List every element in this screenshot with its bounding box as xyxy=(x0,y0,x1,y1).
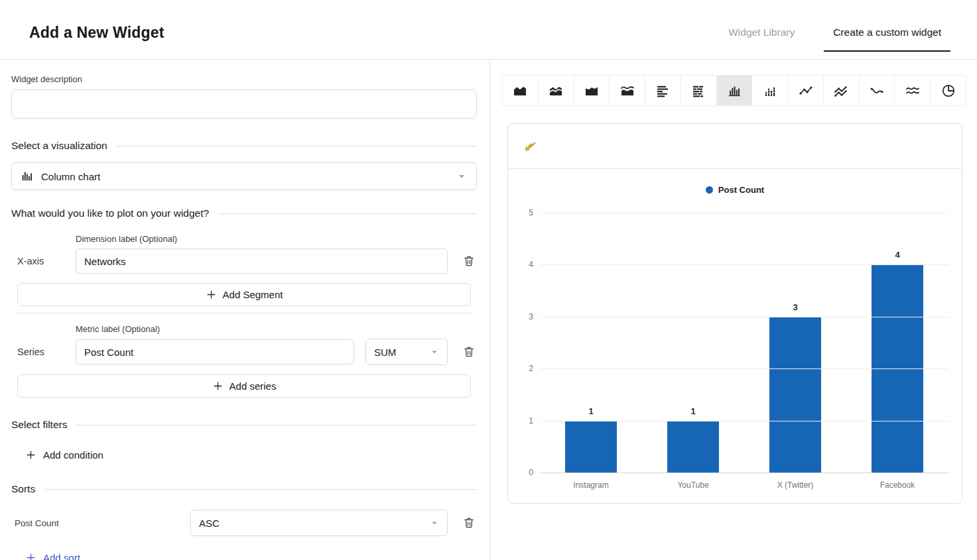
page-title: Add a New Widget xyxy=(29,24,164,42)
percent-area-chart-icon xyxy=(584,83,600,99)
aggregation-select-value: SUM xyxy=(374,347,396,358)
section-divider xyxy=(117,146,477,146)
sort-direction-value: ASC xyxy=(199,518,220,529)
delete-x-axis-button[interactable] xyxy=(461,253,477,269)
toolbar-area-chart[interactable] xyxy=(502,75,539,106)
gridline-5: 5 xyxy=(540,213,948,213)
trash-icon xyxy=(462,516,476,530)
plus-icon xyxy=(206,289,217,300)
sort-direction-select[interactable]: ASC xyxy=(190,510,448,536)
section-divider xyxy=(44,489,477,490)
add-series-button[interactable]: Add series xyxy=(17,374,471,398)
toolbar-multi-spline-chart[interactable] xyxy=(894,75,931,106)
y-tick-label: 5 xyxy=(517,208,533,217)
toolbar-percent-area-chart[interactable] xyxy=(574,75,610,106)
chevron-down-icon xyxy=(428,517,440,529)
pie-chart-icon xyxy=(941,83,956,99)
multi-line-chart-icon xyxy=(833,83,849,99)
section-divider xyxy=(76,425,477,425)
plus-icon xyxy=(25,449,36,461)
chart-type-toolbar xyxy=(502,75,966,106)
add-sort-label: Add sort xyxy=(43,552,80,560)
x-category-label: YouTube xyxy=(642,480,744,490)
delete-series-button[interactable] xyxy=(461,344,477,360)
trumpet-icon xyxy=(523,139,539,154)
sort-field-label: Post Count xyxy=(11,518,190,528)
spline-chart-icon xyxy=(869,83,885,99)
gridline-0: 0 xyxy=(540,473,948,473)
plot-question-title: What would you like to plot on your widg… xyxy=(11,207,209,219)
gridline-2: 2 xyxy=(540,368,948,369)
gridline-3: 3 xyxy=(540,317,948,317)
gridline-1: 1 xyxy=(540,421,948,421)
bar-value-label: 1 xyxy=(588,406,593,416)
legend-label: Post Count xyxy=(718,185,764,195)
chevron-down-icon xyxy=(428,346,440,358)
gridline-4: 4 xyxy=(540,264,948,265)
widget-preview-card: Post Count 1134 012345 InstagramYouTubeX… xyxy=(507,123,962,504)
bar-column: 4 xyxy=(846,213,948,473)
tab-bar: Widget Library Create a custom widget xyxy=(719,27,950,52)
legend-dot xyxy=(706,186,713,194)
column-chart-selected-icon xyxy=(726,83,742,99)
add-segment-label: Add Segment xyxy=(223,289,283,300)
x-category-label: Facebook xyxy=(846,480,948,490)
bars-layer: 1134 xyxy=(540,213,948,473)
y-tick-label: 2 xyxy=(517,364,533,373)
area-chart-icon xyxy=(512,83,528,99)
tab-widget-library[interactable]: Widget Library xyxy=(719,27,804,52)
widget-description-input[interactable] xyxy=(11,89,477,119)
visualization-select[interactable]: Column chart xyxy=(11,162,477,190)
bar xyxy=(769,317,821,473)
bar-value-label: 4 xyxy=(895,250,899,260)
column-chart-icon xyxy=(20,169,34,184)
delete-sort-button[interactable] xyxy=(461,515,477,531)
toolbar-stacked-bar-chart[interactable] xyxy=(681,75,717,106)
metric-label-caption: Metric label (Optional) xyxy=(76,324,477,334)
bar xyxy=(667,421,719,473)
bar-chart-icon xyxy=(655,83,671,99)
x-axis-label: X-axis xyxy=(11,256,76,266)
form-divider xyxy=(17,313,471,313)
toolbar-column-chart[interactable] xyxy=(716,75,753,106)
trash-icon xyxy=(462,254,476,268)
dialog-header: Add a New Widget Widget Library Create a… xyxy=(0,0,977,60)
toolbar-bar-chart[interactable] xyxy=(645,75,681,106)
aggregation-select[interactable]: SUM xyxy=(365,339,448,365)
stacked-area-chart-icon xyxy=(548,83,564,99)
series-metric-input[interactable] xyxy=(76,339,354,364)
plot-area: 1134 012345 xyxy=(540,213,948,473)
add-sort-button[interactable]: Add sort xyxy=(25,552,80,560)
line-chart-icon xyxy=(798,83,814,99)
y-tick-label: 1 xyxy=(517,416,533,425)
toolbar-stream-chart[interactable] xyxy=(609,75,645,106)
toolbar-stacked-column-chart[interactable] xyxy=(751,75,788,106)
y-tick-label: 3 xyxy=(517,312,533,321)
visualization-section-title: Select a visualization xyxy=(11,140,107,152)
stacked-bar-chart-icon xyxy=(690,83,706,99)
multi-spline-chart-icon xyxy=(905,83,921,99)
bar-value-label: 3 xyxy=(793,302,797,312)
bar-value-label: 1 xyxy=(690,406,695,416)
x-axis-input[interactable] xyxy=(76,249,448,274)
stream-chart-icon xyxy=(619,83,635,99)
add-segment-button[interactable]: Add Segment xyxy=(17,283,471,306)
bar xyxy=(565,421,617,473)
widget-form-pane: Widget description Select a visualizatio… xyxy=(0,60,490,560)
add-condition-button[interactable]: Add condition xyxy=(25,449,103,461)
toolbar-stacked-area-chart[interactable] xyxy=(538,75,574,106)
chart-legend: Post Count xyxy=(508,184,962,196)
bar-column: 3 xyxy=(744,213,846,473)
toolbar-spline-chart[interactable] xyxy=(859,75,895,106)
stacked-column-chart-icon xyxy=(762,83,778,99)
add-series-label: Add series xyxy=(229,380,277,392)
preview-card-header xyxy=(508,124,962,169)
tab-create-custom-widget[interactable]: Create a custom widget xyxy=(824,27,950,52)
dimension-label-caption: Dimension label (Optional) xyxy=(76,234,477,244)
toolbar-multi-line-chart[interactable] xyxy=(823,75,860,106)
toolbar-pie-chart[interactable] xyxy=(930,75,966,106)
plus-icon xyxy=(212,380,224,392)
select-filters-title: Select filters xyxy=(11,419,67,431)
toolbar-line-chart[interactable] xyxy=(787,75,824,106)
visualization-select-value: Column chart xyxy=(41,171,100,182)
